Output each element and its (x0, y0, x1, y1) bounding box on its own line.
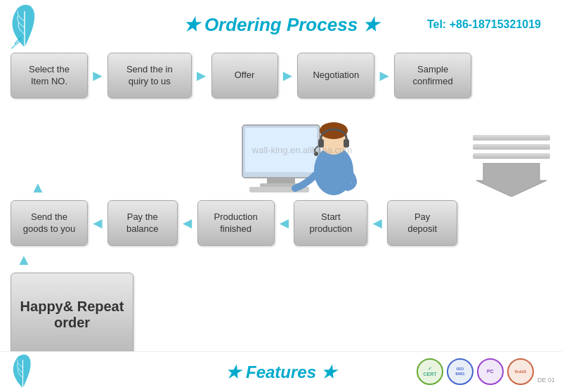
feather-footer-left-icon (4, 352, 42, 391)
process-pay-balance: Pay the balance (107, 200, 178, 246)
bottom-process-row: Send the goods to you ◄ Pay the balance … (0, 200, 562, 246)
arrow-b3: ◄ (277, 214, 292, 233)
right-connector (471, 102, 551, 197)
big-down-arrow (476, 163, 547, 197)
process-offer: Offer (211, 53, 278, 98)
svg-marker-11 (476, 163, 547, 197)
left-connector: ▲ (11, 102, 133, 197)
process-negotiation: Negotiation (297, 53, 374, 98)
badge-1: ✓CERT (417, 358, 443, 385)
middle-section: ▲ wall-king.en.alibaba.com (0, 102, 562, 197)
happy-repeat-box: Happy& Repeat order (11, 273, 133, 357)
hline-2 (473, 144, 550, 150)
feather-left-icon (4, 1, 46, 51)
arrow-b2: ◄ (180, 214, 195, 233)
badge-2: ISO9001 (447, 358, 473, 385)
process-send-goods: Send the goods to you (11, 200, 88, 246)
process-sample: Sample confirmed (394, 53, 471, 98)
arrow-b1: ◄ (90, 214, 105, 233)
arrow-4: ► (377, 67, 392, 85)
up-arrow-happy: ▲ (11, 251, 30, 269)
happy-connector-row: ▲ (0, 246, 562, 273)
page-number: DE 01 (537, 358, 555, 385)
footer: ★ Features ★ ✓CERT ISO9001 PC RoHS DE 01 (0, 351, 562, 392)
process-pay-deposit: Pay deposit (387, 200, 457, 246)
arrow-3: ► (280, 67, 296, 85)
hline-3 (473, 153, 550, 159)
arrow-b4: ◄ (370, 214, 385, 233)
svg-point-7 (320, 122, 348, 139)
header: ★ Ordering Process ★ Tel: +86-1871532101… (0, 0, 562, 49)
right-lines (473, 135, 550, 159)
arrow-2: ► (194, 67, 209, 85)
process-prod-finished: Production finished (197, 200, 275, 246)
header-tel: Tel: +86-18715321019 (427, 18, 541, 31)
certification-badges: ✓CERT ISO9001 PC RoHS DE 01 (417, 358, 555, 385)
arrow-1: ► (90, 67, 105, 85)
svg-rect-1 (245, 128, 317, 172)
svg-point-10 (314, 152, 318, 156)
svg-rect-8 (318, 139, 324, 148)
process-select: Select the Item NO. (11, 53, 88, 98)
customer-service-image (235, 104, 369, 195)
badge-3: PC (477, 358, 504, 385)
header-title: ★ Ordering Process ★ (183, 14, 379, 36)
center-section: wall-king.en.alibaba.com (133, 102, 471, 197)
hline-1 (473, 135, 550, 141)
process-send-inquiry: Send the in quiry to us (107, 53, 192, 98)
up-arrow-left: ▲ (30, 178, 46, 197)
top-process-row: Select the Item NO. ► Send the in quiry … (0, 53, 562, 98)
svg-rect-2 (267, 178, 295, 183)
svg-rect-9 (344, 139, 349, 148)
happy-row: Happy& Repeat order (0, 273, 562, 357)
process-start-prod: Start production (294, 200, 367, 246)
badge-4: RoHS (507, 358, 534, 385)
footer-title: ★ Features ★ (226, 362, 336, 382)
